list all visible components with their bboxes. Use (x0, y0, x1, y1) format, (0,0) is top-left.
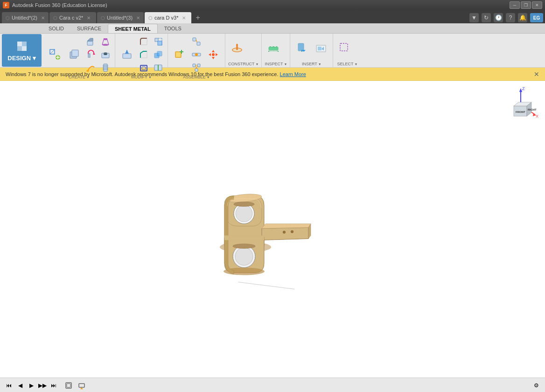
tab-refresh-button[interactable]: ↻ (482, 13, 491, 22)
shell-button[interactable] (137, 62, 150, 74)
inspect-group-label[interactable]: INSPECT ▼ (265, 62, 287, 66)
insert-derive-button[interactable] (293, 40, 311, 56)
notification-button[interactable]: 🔔 (518, 13, 527, 22)
tab-close-caracv2[interactable]: ✕ (87, 15, 91, 21)
tab-surface[interactable]: SURFACE (70, 24, 108, 33)
chamfer-icon (139, 49, 149, 60)
titlebar-controls: ─ ❐ ✕ (510, 1, 542, 9)
create-group-label[interactable]: CREATE ▼ (46, 75, 112, 79)
tab-caracv2[interactable]: ⬡ Cara c v2* ✕ (49, 12, 96, 23)
create-3d-button[interactable] (65, 47, 83, 63)
joint-button[interactable] (190, 35, 203, 48)
combine-button[interactable] (152, 49, 165, 61)
svg-point-104 (235, 248, 253, 266)
design-button[interactable]: DESIGN ▾ (2, 34, 42, 67)
tab-close-untitled2[interactable]: ✕ (41, 15, 45, 21)
play-button[interactable]: ▶ (26, 380, 36, 391)
go-to-start-button[interactable]: ⏮ (4, 380, 14, 391)
minimize-button[interactable]: ─ (510, 1, 520, 9)
timeline-marker-button[interactable] (77, 380, 87, 391)
sweep-button[interactable] (84, 62, 98, 74)
bottom-toolbar: ⏮ ◀ ▶ ▶▶ ⏭ ⚙ (0, 378, 545, 392)
svg-rect-74 (298, 43, 304, 51)
construct-tools (228, 35, 259, 61)
revolve-button[interactable] (84, 49, 98, 61)
select-group-label[interactable]: SELECT ▼ (336, 62, 358, 66)
sketch-button[interactable] (46, 47, 64, 63)
new-tab-button[interactable]: + (193, 12, 203, 23)
press-pull-icon (120, 48, 133, 61)
svg-rect-2 (17, 46, 22, 51)
insert-label-text: INSERT (302, 62, 317, 66)
user-avatar[interactable]: EG (530, 13, 543, 22)
learn-more-link[interactable]: Learn More (280, 71, 306, 77)
tab-close-caradv3[interactable]: ✕ (182, 15, 186, 21)
modify-group-label[interactable]: MODIFY ▼ (118, 75, 165, 79)
svg-rect-45 (193, 38, 196, 41)
model-container (201, 163, 322, 295)
split-button[interactable] (152, 62, 165, 74)
inspect-tools (265, 35, 287, 61)
tab-solid[interactable]: SOLID (42, 24, 70, 33)
create-label-text: CREATE (69, 75, 85, 79)
step-forward-button[interactable]: ▶▶ (37, 380, 48, 391)
insert-arrow: ▼ (318, 63, 321, 66)
step-back-button[interactable]: ◀ (15, 380, 25, 391)
measure-button[interactable] (265, 40, 282, 56)
help-button[interactable]: ? (506, 13, 515, 22)
svg-point-60 (212, 53, 215, 56)
tab-tools[interactable]: TOOLS (158, 24, 188, 33)
loft-icon (100, 36, 111, 47)
tab-label: cara D v3* (154, 15, 178, 21)
new-component-button[interactable] (171, 47, 189, 63)
scale-button[interactable] (152, 35, 165, 48)
insert-canvas-button[interactable] (312, 40, 330, 56)
extrude-button[interactable] (84, 35, 98, 48)
tab-untitled2[interactable]: ⬡ Untitled*(2) ✕ (2, 12, 49, 23)
tab-caradv3[interactable]: ⬡ cara D v3* ✕ (145, 12, 191, 23)
move-icon (207, 48, 220, 61)
chamfer-button[interactable] (137, 49, 150, 61)
ribbon: SOLID SURFACE SHEET METAL TOOLS DESIGN ▾ (0, 23, 545, 68)
notification-close-button[interactable]: ✕ (534, 70, 539, 78)
thread-button[interactable] (99, 62, 112, 74)
assemble-group-label[interactable]: ASSEMBLE ▼ (171, 75, 222, 79)
as-built-joint-button[interactable] (190, 49, 203, 61)
hole-button[interactable] (99, 49, 112, 61)
tab-untitled3[interactable]: ⬡ Untitled*(3) ✕ (97, 12, 144, 23)
tab-icon: ⬡ (6, 15, 10, 21)
viewcube[interactable]: Z X FRONT RIGHT (502, 86, 539, 125)
construct-group-label[interactable]: CONSTRUCT ▼ (228, 62, 259, 66)
press-pull-button[interactable] (118, 47, 136, 63)
maximize-button[interactable]: ❐ (521, 1, 531, 9)
construct-plane-button[interactable] (228, 40, 246, 56)
move-button[interactable] (204, 47, 222, 63)
tab-close-untitled3[interactable]: ✕ (136, 15, 140, 21)
rigid-group-button[interactable] (190, 62, 203, 74)
svg-rect-50 (193, 64, 196, 67)
loft-button[interactable] (99, 35, 112, 48)
tab-sheetmetal[interactable]: SHEET METAL (108, 24, 158, 33)
settings-button[interactable]: ⚙ (531, 380, 541, 391)
hole-icon (100, 49, 111, 60)
tab-dropdown-button[interactable]: ▼ (469, 13, 479, 22)
select-button[interactable] (336, 40, 354, 56)
svg-rect-29 (123, 54, 131, 58)
fillet-icon (139, 36, 149, 47)
svg-rect-32 (140, 65, 147, 71)
ribbon-content: DESIGN ▾ (0, 34, 545, 67)
revolve-icon (86, 49, 96, 60)
svg-text:Z: Z (522, 86, 525, 91)
viewcube-svg: Z X FRONT RIGHT (502, 86, 539, 124)
go-to-end-button[interactable]: ⏭ (49, 380, 59, 391)
close-button[interactable]: ✕ (532, 1, 542, 9)
modify-small-btns (137, 35, 150, 74)
svg-point-49 (195, 53, 198, 56)
select-arrow: ▼ (354, 63, 357, 66)
timeline-frame-button[interactable] (63, 380, 74, 391)
tab-history-button[interactable]: 🕐 (494, 13, 503, 22)
tabbar: ⬡ Untitled*(2) ✕ ⬡ Cara c v2* ✕ ⬡ Untitl… (0, 10, 545, 23)
fillet-button[interactable] (137, 35, 150, 48)
group-construct: CONSTRUCT ▼ (225, 34, 262, 67)
insert-group-label[interactable]: INSERT ▼ (293, 62, 330, 66)
